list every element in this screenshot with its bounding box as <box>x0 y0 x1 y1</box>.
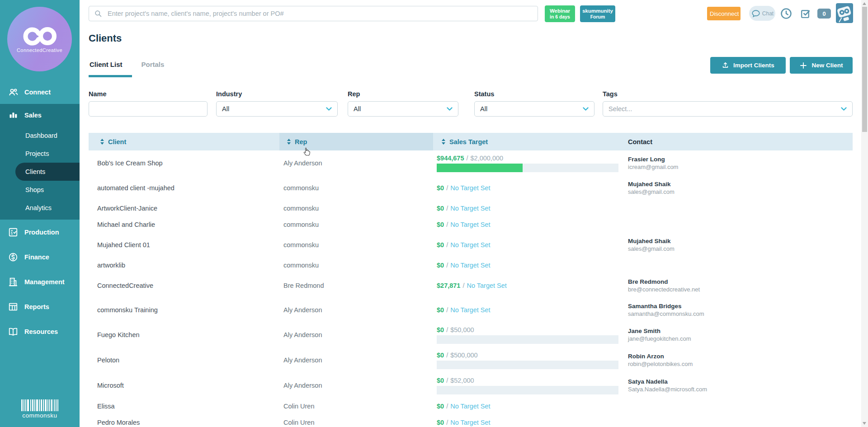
chevron-down-icon <box>583 107 589 111</box>
contact-email: robin@pelotonbikes.com <box>628 361 693 367</box>
plus-icon <box>799 61 807 70</box>
tenant-name: ConnectedCreative <box>17 47 62 53</box>
client-name[interactable]: Microsoft <box>97 382 124 389</box>
client-name[interactable]: artworklib <box>97 262 125 269</box>
sidebar-item-resources[interactable]: Resources <box>0 319 80 344</box>
sales-amount: $0 <box>437 262 444 269</box>
client-name[interactable]: Michael and Charlie <box>97 221 155 228</box>
sales-progress-bar <box>437 386 618 394</box>
no-target-set-link[interactable]: No Target Set <box>450 241 490 249</box>
sales-amount: $0 <box>437 377 444 384</box>
sidebar-item-sales[interactable]: Sales <box>0 104 80 127</box>
rep-select[interactable]: All <box>348 101 458 117</box>
no-target-set-link[interactable]: No Target Set <box>467 282 506 289</box>
no-target-set-link[interactable]: No Target Set <box>450 184 490 192</box>
sidebar-item-projects[interactable]: Projects <box>0 145 80 163</box>
client-name[interactable]: Bob's Ice Cream Shop <box>97 160 163 167</box>
no-target-set-link[interactable]: No Target Set <box>450 221 490 228</box>
filter-status-label: Status <box>474 90 594 98</box>
client-name[interactable]: ConnectedCreative <box>97 282 153 289</box>
client-name[interactable]: Pedro Morales <box>97 419 140 426</box>
table-row[interactable]: Michael and Charliecommonsku$0/No Target… <box>89 216 853 233</box>
chevron-down-icon <box>841 107 847 111</box>
table-row[interactable]: artworklibcommonsku$0/No Target Set <box>89 257 853 273</box>
contact-name: Mujahed Shaik <box>628 238 671 244</box>
sidebar-item-clients[interactable]: Clients <box>15 163 80 181</box>
sidebar-item-finance[interactable]: Finance <box>0 244 80 269</box>
rep-name: Aly Anderson <box>283 306 322 314</box>
sales-amount: $0 <box>437 419 444 426</box>
no-target-set-link[interactable]: No Target Set <box>450 419 490 426</box>
new-client-button[interactable]: New Client <box>790 57 853 74</box>
target-amount: $52,000 <box>450 377 474 384</box>
import-clients-button[interactable]: Import Clients <box>710 57 786 74</box>
sidebar-item-reports[interactable]: Reports <box>0 294 80 319</box>
column-header-sales-target[interactable]: Sales Target <box>433 133 628 150</box>
column-header-rep[interactable]: Rep <box>279 133 433 150</box>
scroll-up-arrow[interactable] <box>863 2 866 5</box>
name-filter-input[interactable] <box>94 105 202 113</box>
rep-name: Aly Anderson <box>283 382 322 389</box>
sales-amount: $0 <box>437 352 444 359</box>
column-header-client[interactable]: Client <box>89 133 279 150</box>
sales-target-value: $0/No Target Set <box>437 403 618 410</box>
table-row[interactable]: Pedro MoralesColin Uren$0/No Target Set <box>89 414 853 427</box>
no-target-set-link[interactable]: No Target Set <box>450 205 490 212</box>
column-header-contact: Contact <box>628 133 853 150</box>
client-name[interactable]: automated client -mujahed <box>97 184 175 192</box>
sidebar-item-management[interactable]: Management <box>0 269 80 294</box>
table-row[interactable]: ElissaColin Uren$0/No Target Set <box>89 398 853 414</box>
sales-progress-bar <box>437 335 618 344</box>
client-name[interactable]: Elissa <box>97 403 115 410</box>
vertical-scrollbar[interactable] <box>861 0 868 427</box>
rep-name: Bre Redmond <box>283 282 324 289</box>
industry-select[interactable]: All <box>216 101 338 117</box>
no-target-set-link[interactable]: No Target Set <box>450 306 490 314</box>
table-row[interactable]: ConnectedCreativeBre Redmond$27,871/No T… <box>89 273 853 298</box>
sidebar-item-connect[interactable]: Connect <box>0 80 80 104</box>
sidebar-item-analytics[interactable]: Analytics <box>0 199 80 217</box>
table-row[interactable]: Mujahed Client 01commonsku$0/No Target S… <box>89 233 853 257</box>
sales-amount: $0 <box>437 403 444 410</box>
scrollbar-thumb[interactable] <box>862 7 867 132</box>
client-name[interactable]: commonsku Training <box>97 306 158 314</box>
client-name[interactable]: ArtworkClient-Janice <box>97 205 157 212</box>
tab-portals[interactable]: Portals <box>141 59 165 70</box>
scroll-down-arrow[interactable] <box>863 422 866 425</box>
table-row[interactable]: PelotonAly Anderson$0/$500,000Robin Arzo… <box>89 347 853 373</box>
no-target-set-link[interactable]: No Target Set <box>450 262 490 269</box>
sidebar-item-shops[interactable]: Shops <box>0 181 80 199</box>
table-row[interactable]: Bob's Ice Cream ShopAly Anderson$944,675… <box>89 150 853 176</box>
sidebar-item-dashboard[interactable]: Dashboard <box>0 127 80 145</box>
contact-name: Samantha Bridges <box>628 303 682 310</box>
contact-name: Mujahed Shaik <box>628 181 671 188</box>
contact-email: sales@gmail.com <box>628 188 675 195</box>
tab-client-list[interactable]: Client List <box>89 59 123 70</box>
target-amount: $50,000 <box>450 326 474 333</box>
table-row[interactable]: automated client -mujahedcommonsku$0/No … <box>89 176 853 200</box>
sales-target-value: $944,675/$2,000,000 <box>437 155 618 162</box>
table-row[interactable]: Fuego KitchenAly Anderson$0/$50,000Jane … <box>89 322 853 347</box>
client-name[interactable]: Mujahed Client 01 <box>97 241 150 249</box>
no-target-set-link[interactable]: No Target Set <box>450 403 490 410</box>
contact-name: Frasier Long <box>628 156 665 163</box>
sales-progress-bar <box>437 164 618 172</box>
sidebar-item-production[interactable]: Production <box>0 220 80 244</box>
tags-select[interactable]: Select... <box>603 101 853 117</box>
sales-amount: $0 <box>437 326 444 333</box>
tab-bar: Client List Portals <box>89 59 165 70</box>
commonsku-logo: commonsku <box>0 399 80 419</box>
sidebar: ConnectedCreative ConnectSalesDashboardP… <box>0 0 80 427</box>
rep-name: commonsku <box>283 262 319 269</box>
sales-target-value: $27,871/No Target Set <box>437 282 618 289</box>
status-select[interactable]: All <box>474 101 594 117</box>
client-name[interactable]: Peloton <box>97 357 119 364</box>
tenant-logo[interactable]: ConnectedCreative <box>7 7 72 71</box>
table-row[interactable]: MicrosoftAly Anderson$0/$52,000Satya Nad… <box>89 373 853 398</box>
client-name[interactable]: Fuego Kitchen <box>97 331 140 338</box>
book-icon <box>8 327 19 337</box>
clients-table: Client Rep Sales Target Contact Bob's Ic… <box>89 133 853 427</box>
table-row[interactable]: ArtworkClient-Janicecommonsku$0/No Targe… <box>89 200 853 216</box>
sidebar-nav: ConnectSalesDashboardProjectsClientsShop… <box>0 80 80 344</box>
table-row[interactable]: commonsku TrainingAly Anderson$0/No Targ… <box>89 298 853 322</box>
